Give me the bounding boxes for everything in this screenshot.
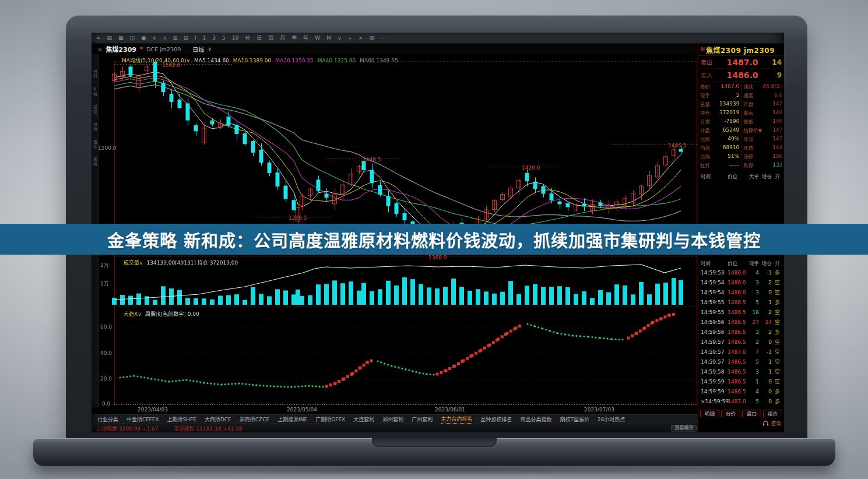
bid-row[interactable]: 买入 1486.0 9 <box>698 69 784 82</box>
vertical-tab[interactable]: 成交 <box>92 105 98 114</box>
ask-row[interactable]: 卖出 1487.0 14 <box>698 56 784 69</box>
link-icon[interactable]: ∞ <box>97 46 102 52</box>
bottom-tab[interactable]: 品种加权排名 <box>480 415 512 423</box>
contract-flag: * <box>140 46 143 52</box>
tick-price: 1486.5 <box>728 369 748 375</box>
tick-direction: 空 <box>772 348 780 355</box>
contract-symbol[interactable]: 焦煤2309 <box>106 44 136 54</box>
price-marker-label: 1368.0 <box>428 255 447 260</box>
tick-time: 14:59:54 <box>701 280 728 286</box>
index-quote: 深证成指 11181.18 +41.98 <box>174 425 243 432</box>
panel-tab[interactable]: 组合 <box>763 410 782 417</box>
bottom-tab[interactable]: 商品分类指数 <box>520 415 551 423</box>
toolbar-icon[interactable]: 5 <box>222 36 226 41</box>
axis-tick-label: 1万 <box>100 281 109 287</box>
tick-time: 14:59:55 <box>701 309 728 315</box>
service-link[interactable]: 咨询 <box>762 420 781 427</box>
stat-value: 6.6 <box>762 92 782 98</box>
toolbar-icon[interactable]: 1 <box>203 36 206 41</box>
toolbar-icon[interactable]: ▤ <box>107 36 113 41</box>
indicator-pane-header[interactable]: 大趋X∨周期[红色的数字] 0.00 <box>124 310 199 318</box>
panel-tab[interactable]: 分价 <box>721 410 740 417</box>
toolbar-icon[interactable]: × <box>359 36 363 41</box>
stat-row: 昨收147 <box>742 134 784 143</box>
toolbar-icon[interactable]: 分 <box>245 36 250 41</box>
ma-value: MA20 1359.35 <box>275 58 313 64</box>
stat-label: 最高 <box>743 109 762 116</box>
bottom-tab[interactable]: 中金所CFFEX <box>126 415 159 423</box>
stat-label: 开盘 <box>743 100 762 107</box>
bottom-tab[interactable]: 上期能源INE <box>277 415 307 423</box>
toolbar-icon[interactable]: + <box>348 36 353 41</box>
panel-tabs: 明细分价盘口组合 <box>698 410 784 417</box>
toolbar-icon[interactable]: 月 <box>280 36 285 41</box>
toolbar-icon[interactable]: 季 <box>291 36 297 41</box>
toolbar-icon[interactable]: 日 <box>256 36 262 41</box>
panel-tab[interactable]: 盘口 <box>742 410 761 417</box>
bottom-tab[interactable]: 上期所SHFE <box>167 415 196 423</box>
vertical-tab[interactable]: 画线 <box>92 157 98 167</box>
tick-row: 14:59:591486.510空 <box>698 376 784 386</box>
toolbar-icon[interactable]: 3 <box>212 36 216 41</box>
bottom-tab[interactable]: 广州套利 <box>412 415 433 423</box>
toolbar-icon[interactable]: ∨ <box>153 36 157 41</box>
tick-volume: 5 <box>748 399 759 404</box>
toolbar-icon[interactable]: Ⅰ <box>195 36 196 41</box>
stat-label: 外盘 <box>700 126 719 133</box>
volume-pane-header[interactable]: 成交量∨134139.00[49131] 持仓 372019.00 <box>124 259 238 266</box>
vertical-tab[interactable]: 持仓 <box>92 122 98 132</box>
toolbar-icon[interactable]: ⋯ <box>381 36 386 41</box>
axis-tick-label: 0.0 <box>102 401 110 407</box>
toolbar-icon[interactable]: ⊞ <box>173 36 178 41</box>
bottom-tab[interactable]: 大商所DCE <box>205 415 231 423</box>
toolbar-icon[interactable]: ≡ <box>96 36 101 41</box>
chevron-down-icon[interactable]: ∨ <box>208 46 212 52</box>
bottom-tab[interactable]: 24小时热点 <box>598 415 625 423</box>
toolbar-icon[interactable]: ▥ <box>370 36 375 41</box>
price-marker-label: 1486.5 <box>668 143 687 149</box>
toolbar-icon[interactable]: 周 <box>268 36 273 41</box>
toolbar-icon[interactable]: W <box>315 36 320 41</box>
tick-direction: 空 <box>772 368 780 375</box>
ma-value: MA10 1389.00 <box>233 58 271 64</box>
ma-settings-label[interactable]: MA均线(5,10,20,40,60,0)∨ <box>122 58 190 64</box>
tick-delta: 0 <box>759 339 772 345</box>
quote-symbol[interactable]: 焦煤2309 jm2309 <box>706 45 775 55</box>
toolbar-icon[interactable]: ▦ <box>118 36 124 41</box>
stat-value: 134939 <box>719 101 739 107</box>
ma-indicator-header[interactable]: MA均线(5,10,20,40,60,0)∨MA5 1434.60MA10 13… <box>122 57 402 64</box>
bottom-tab[interactable]: 郑商所CZCE <box>240 415 269 423</box>
tick-row: 14:59:551486.551多 <box>698 297 784 307</box>
stat-label: 现手 <box>700 91 719 98</box>
toolbar-icon[interactable]: ∧ <box>163 36 167 41</box>
tick-row: 14:59:531486.04-1多 <box>698 267 784 277</box>
tick-direction: 空 <box>772 279 780 286</box>
date-axis-label: 2023/04/03 <box>138 407 168 413</box>
bottom-tab[interactable]: 广期所GFEX <box>315 415 345 423</box>
toolbar-icon[interactable]: M <box>326 36 331 41</box>
bottom-tab[interactable]: 主力合约排名 <box>441 415 472 424</box>
vertical-tab[interactable]: K线 <box>92 87 98 97</box>
bottom-tab[interactable]: 期权T型报价 <box>560 415 589 423</box>
tick-price: 1486.5 <box>728 300 748 305</box>
news-banner-text: 金夆策略 新和成：公司高度温雅原材料燃料价钱波动，抓续加强市集研判与本钱管控 <box>107 227 761 252</box>
bottom-tab[interactable]: 大连套利 <box>353 415 374 423</box>
tick-delta: 2 <box>759 329 772 335</box>
period-selector[interactable]: 日线 <box>192 45 204 54</box>
bottom-tab[interactable]: 行业分类 <box>97 415 118 423</box>
tick-time: 14:59:56 <box>701 329 728 335</box>
toolbar-icon[interactable]: ∨ <box>338 36 342 41</box>
list-header-col: 价位 <box>728 259 748 266</box>
vertical-tab[interactable]: 指标 <box>92 140 98 149</box>
list-header-col: 价位 <box>728 172 748 179</box>
stat-label: 涨跌 <box>743 83 762 90</box>
toolbar-icon[interactable]: 年 <box>303 36 308 41</box>
toolbar-icon[interactable]: 10 <box>232 36 238 41</box>
toolbar-icon[interactable]: ◫ <box>130 36 135 41</box>
vertical-tab[interactable]: 分时 <box>92 69 98 79</box>
bottom-tab[interactable]: 郑州套利 <box>382 415 403 423</box>
assistant-button[interactable]: 跟盘精灵 <box>671 425 697 432</box>
toolbar-icon[interactable]: ⊟ <box>184 36 188 41</box>
panel-tab[interactable]: 明细 <box>700 410 719 417</box>
toolbar-icon[interactable]: ▣ <box>141 36 146 41</box>
